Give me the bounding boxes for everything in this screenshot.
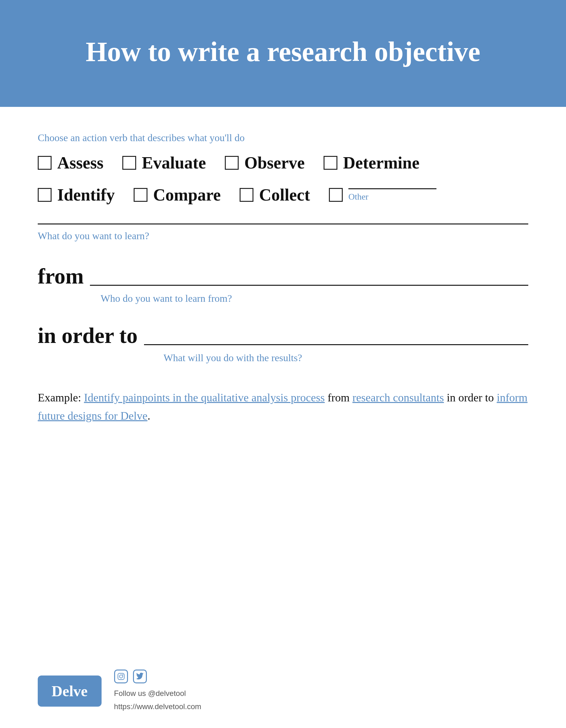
checkbox-collect[interactable]: Collect (239, 185, 310, 205)
checkbox-identify[interactable]: Identify (38, 185, 115, 205)
page-title: How to write a research objective (85, 35, 480, 69)
in-order-prefix: in order to (38, 323, 138, 348)
in-order-row: in order to (38, 323, 528, 348)
in-order-question: What will you do with the results? (38, 352, 528, 364)
from-question: Who do you want to learn from? (38, 293, 528, 304)
observe-label: Observe (244, 153, 305, 173)
other-checkbox[interactable] (329, 188, 343, 202)
checkbox-assess[interactable]: Assess (38, 153, 103, 173)
example-section: Example: Identify painpoints in the qual… (38, 389, 528, 425)
evaluate-label: Evaluate (142, 153, 206, 173)
from-section: from Who do you want to learn from? (38, 264, 528, 304)
compare-label: Compare (153, 185, 221, 205)
in-order-underline (144, 342, 528, 345)
example-prefix: Example: (38, 391, 84, 404)
in-order-section: in order to What will you do with the re… (38, 323, 528, 364)
checkbox-observe[interactable]: Observe (225, 153, 305, 173)
checkbox-row-2: Identify Compare Collect Other (38, 185, 528, 205)
from-row: from (38, 264, 528, 289)
example-connector: in order to (444, 391, 497, 404)
example-suffix: . (147, 410, 150, 422)
svg-rect-0 (118, 673, 124, 680)
twitter-icon[interactable] (133, 670, 147, 683)
compare-checkbox[interactable] (134, 188, 147, 202)
instruction-label: Choose an action verb that describes wha… (38, 132, 528, 144)
assess-checkbox[interactable] (38, 156, 52, 170)
checkbox-other[interactable]: Other (329, 188, 437, 202)
social-icons-row (114, 670, 201, 683)
checkbox-row-1: Assess Evaluate Observe Determine (38, 153, 528, 173)
footer-social: Follow us @delvetool https://www.delveto… (114, 670, 201, 712)
example-text: Example: Identify painpoints in the qual… (38, 389, 528, 425)
checkbox-evaluate[interactable]: Evaluate (122, 153, 206, 173)
observe-checkbox[interactable] (225, 156, 239, 170)
header-section: How to write a research objective (0, 0, 566, 107)
from-underline (90, 283, 528, 286)
website-label: https://www.delvetool.com (114, 701, 201, 712)
example-link-2[interactable]: research consultants (353, 391, 444, 404)
collect-label: Collect (259, 185, 310, 205)
determine-checkbox[interactable] (324, 156, 338, 170)
footer-section: Delve Follow us @delvetool https://www.d… (0, 657, 566, 728)
other-wrapper: Other (349, 188, 437, 202)
other-label: Other (349, 192, 369, 202)
from-prefix: from (38, 264, 84, 289)
assess-label: Assess (57, 153, 103, 173)
delve-button[interactable]: Delve (38, 676, 102, 707)
evaluate-checkbox[interactable] (122, 156, 136, 170)
other-line (349, 188, 437, 189)
collect-checkbox[interactable] (239, 188, 253, 202)
main-content: Choose an action verb that describes wha… (0, 107, 566, 657)
checkbox-determine[interactable]: Determine (324, 153, 420, 173)
identify-checkbox[interactable] (38, 188, 52, 202)
identify-label: Identify (57, 185, 115, 205)
svg-point-2 (122, 674, 123, 675)
example-middle: from (325, 391, 353, 404)
svg-point-1 (119, 675, 123, 678)
want-to-learn-section: What do you want to learn? (38, 223, 528, 242)
example-link-1[interactable]: Identify painpoints in the qualitative a… (84, 391, 325, 404)
checkbox-compare[interactable]: Compare (134, 185, 221, 205)
checkboxes-section: Choose an action verb that describes wha… (38, 132, 528, 205)
instagram-icon[interactable] (114, 670, 128, 683)
what-question: What do you want to learn? (38, 230, 528, 242)
follow-label: Follow us @delvetool (114, 688, 201, 699)
determine-label: Determine (343, 153, 420, 173)
want-to-learn-divider (38, 223, 528, 224)
